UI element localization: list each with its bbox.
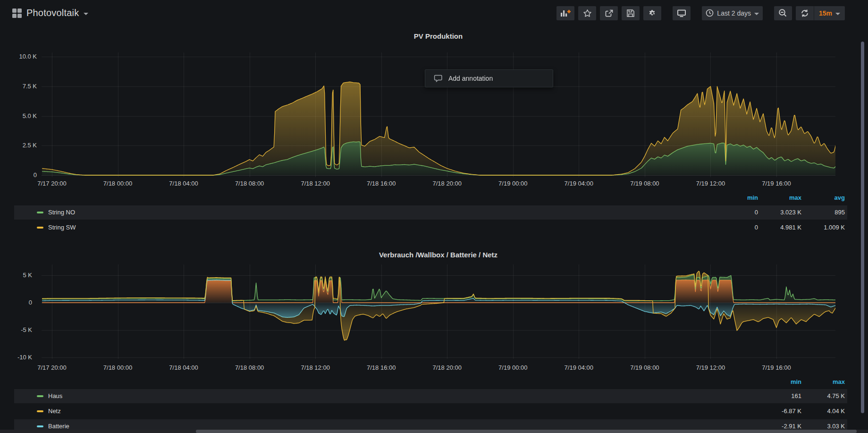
legend-value-min: 0 (715, 221, 758, 235)
legend-column-min[interactable]: min (715, 192, 758, 204)
time-range-picker[interactable]: Last 2 days (702, 6, 763, 20)
x-tick-label: 7/19 04:00 (550, 180, 607, 187)
add-annotation-label: Add annotation (448, 75, 493, 82)
y-tick-label: 7.5 K (0, 83, 37, 90)
x-tick-label: 7/18 20:00 (419, 364, 475, 371)
refresh-interval-label: 15m (819, 9, 832, 17)
comment-icon (434, 74, 443, 83)
legend-value-max: 4.04 K (801, 404, 845, 418)
series-color-swatch (37, 425, 43, 427)
vertical-scrollbar-thumb[interactable] (861, 42, 864, 413)
dashboard-title-dropdown[interactable]: Photovoltaik (0, 8, 88, 18)
panel-title-verbrauch[interactable]: Verbrauch /Wallbox / Batterie / Netz (42, 251, 835, 259)
save-icon (626, 9, 635, 17)
legend-value-avg: 1.009 K (801, 221, 845, 235)
refresh-interval-picker[interactable]: 15m (814, 6, 845, 20)
x-tick-label: 7/18 16:00 (353, 364, 410, 371)
bar-chart-add-icon (560, 9, 571, 17)
save-button[interactable] (622, 6, 640, 20)
x-tick-label: 7/18 20:00 (419, 180, 475, 187)
series-label[interactable]: String NO (48, 205, 75, 220)
mark-favorite-button[interactable] (578, 6, 596, 20)
y-tick-label: -10 K (0, 354, 32, 361)
chevron-down-icon (84, 13, 88, 15)
x-tick-label: 7/19 08:00 (616, 364, 673, 371)
x-tick-label: 7/19 08:00 (616, 180, 673, 187)
y-tick-label: 0 (0, 299, 32, 306)
x-tick-label: 7/19 16:00 (748, 180, 805, 187)
y-tick-label: 5.0 K (0, 112, 37, 119)
x-tick-label: 7/19 16:00 (748, 364, 805, 371)
tv-mode-button[interactable] (673, 6, 691, 20)
legend-row-netz[interactable]: Netz-6.87 K4.04 K (14, 404, 847, 418)
series-label[interactable]: Haus (48, 389, 62, 403)
legend-row-string-no[interactable]: String NO03.023 K895 (14, 205, 847, 220)
x-tick-label: 7/17 20:00 (24, 364, 80, 371)
x-tick-label: 7/18 04:00 (155, 364, 212, 371)
series-color-swatch (37, 395, 43, 397)
clock-icon (706, 9, 714, 17)
x-tick-label: 7/18 08:00 (221, 364, 278, 371)
horizontal-scrollbar-track (0, 430, 868, 433)
nav-bar: Photovoltaik (0, 0, 868, 26)
legend-value-min: 0 (715, 205, 758, 220)
x-tick-label: 7/18 12:00 (287, 180, 344, 187)
x-tick-label: 7/18 12:00 (287, 364, 344, 371)
refresh-icon (801, 9, 809, 17)
zoom-out-button[interactable] (774, 6, 792, 20)
panel-title-pv-produktion[interactable]: PV Produktion (42, 32, 835, 40)
x-tick-label: 7/19 00:00 (485, 364, 541, 371)
gear-icon (648, 8, 657, 17)
settings-button[interactable] (643, 6, 661, 20)
time-range-label: Last 2 days (717, 9, 751, 17)
legend-value-max: 4.981 K (758, 221, 801, 235)
chevron-down-icon (754, 13, 759, 15)
add-panel-button[interactable] (556, 6, 574, 20)
legend-column-avg[interactable]: avg (801, 192, 845, 204)
x-tick-label: 7/18 00:00 (90, 364, 146, 371)
x-tick-label: 7/18 08:00 (221, 180, 278, 187)
legend-row-haus[interactable]: Haus1614.75 K (14, 389, 847, 403)
x-tick-label: 7/18 16:00 (353, 180, 410, 187)
verbrauch-chart[interactable] (42, 263, 835, 363)
x-tick-label: 7/19 04:00 (550, 364, 607, 371)
share-button[interactable] (600, 6, 618, 20)
add-annotation-menu-item[interactable]: Add annotation (425, 69, 553, 87)
y-tick-label: 0 (0, 171, 37, 178)
legend-value-min: 161 (758, 389, 801, 403)
x-tick-label: 7/18 04:00 (155, 180, 212, 187)
share-icon (605, 9, 614, 17)
legend-row-string-sw[interactable]: String SW04.981 K1.009 K (14, 221, 847, 235)
dashboard-grid-icon (12, 8, 22, 18)
x-tick-label: 7/17 20:00 (24, 180, 80, 187)
legend-value-max: 4.75 K (801, 389, 845, 403)
pv-produktion-chart[interactable] (42, 47, 835, 179)
x-tick-label: 7/19 12:00 (682, 180, 739, 187)
y-tick-label: 5 K (0, 272, 32, 279)
monitor-icon (677, 9, 686, 17)
x-tick-label: 7/19 00:00 (485, 180, 541, 187)
toolbar: Last 2 days (556, 6, 868, 20)
legend-value-avg: 895 (801, 205, 845, 220)
dashboard-title: Photovoltaik (26, 8, 79, 18)
x-tick-label: 7/18 00:00 (90, 180, 146, 187)
refresh-group: 15m (796, 6, 845, 20)
series-color-swatch (37, 227, 43, 229)
series-label[interactable]: Netz (48, 404, 61, 418)
star-icon (583, 9, 592, 17)
zoom-out-icon (778, 8, 787, 17)
legend-value-min: -6.87 K (758, 404, 801, 418)
refresh-button[interactable] (796, 6, 814, 20)
legend-value-max: 3.023 K (758, 205, 801, 220)
legend-column-min[interactable]: min (758, 376, 801, 388)
y-tick-label: 2.5 K (0, 142, 37, 149)
series-label[interactable]: String SW (48, 221, 76, 235)
horizontal-scrollbar-thumb[interactable] (196, 430, 857, 433)
y-tick-label: -5 K (0, 326, 32, 333)
legend-column-max[interactable]: max (758, 192, 801, 204)
chevron-down-icon (835, 13, 840, 15)
series-color-swatch (37, 410, 43, 412)
legend-column-max[interactable]: max (801, 376, 845, 388)
grafana-dashboard: Photovoltaik (0, 0, 868, 433)
x-tick-label: 7/19 12:00 (682, 364, 739, 371)
